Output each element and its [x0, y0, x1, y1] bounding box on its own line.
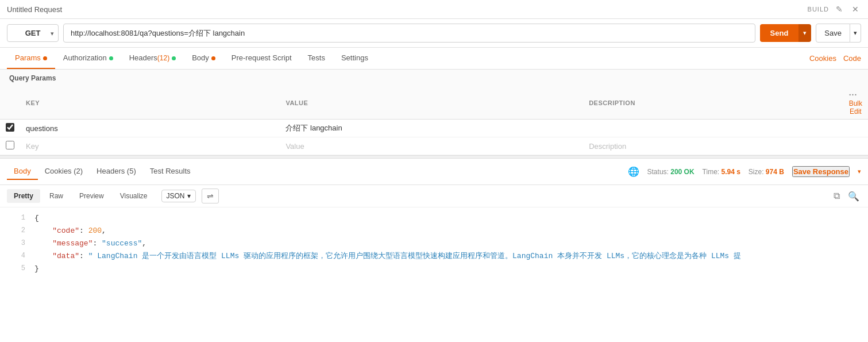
body-dot: [211, 56, 215, 60]
save-group: Save ▾: [816, 24, 861, 43]
format-label: JSON: [167, 192, 185, 200]
row-check-cell: [0, 120, 20, 137]
row-value-cell[interactable]: 介绍下 langchain: [280, 120, 583, 137]
th-actions: ··· Bulk Edit: [843, 87, 868, 120]
resp-tab-headers[interactable]: Headers (5): [90, 163, 143, 180]
search-button[interactable]: 🔍: [846, 189, 861, 203]
method-wrapper: GET POST PUT DELETE: [7, 24, 59, 42]
row-desc-cell[interactable]: [583, 120, 843, 137]
request-tabs-bar: Params Authorization Headers(12) Body Pr…: [0, 48, 868, 70]
send-dropdown-button[interactable]: ▾: [798, 24, 811, 42]
auth-dot: [109, 56, 113, 60]
view-preview-button[interactable]: Preview: [72, 189, 111, 203]
top-bar: Untitled Request BUILD ✎ ✕: [0, 0, 868, 19]
code-link[interactable]: Code: [843, 54, 861, 63]
tab-tests[interactable]: Tests: [300, 48, 333, 69]
tab-authorization[interactable]: Authorization: [55, 48, 121, 69]
view-pretty-button[interactable]: Pretty: [7, 189, 40, 203]
tab-params[interactable]: Params: [7, 48, 55, 69]
size-value: 974 B: [766, 168, 784, 176]
wrap-button[interactable]: ⇌: [202, 189, 219, 203]
save-response-chevron[interactable]: ▾: [858, 168, 861, 175]
th-value: VALUE: [280, 87, 583, 120]
more-options-icon: ···: [849, 90, 858, 99]
json-line-5: 5 }: [9, 263, 859, 275]
th-check: [0, 87, 20, 120]
resp-tab-test-results[interactable]: Test Results: [143, 163, 198, 180]
row-checkbox[interactable]: [6, 123, 14, 132]
placeholder-desc-cell[interactable]: Description: [583, 137, 843, 155]
view-visualize-button[interactable]: Visualize: [113, 189, 155, 203]
placeholder-action-cell: [843, 137, 868, 155]
placeholder-checkbox[interactable]: [6, 141, 14, 149]
json-line-1: 1 {: [9, 212, 859, 225]
json-line-4: 4 "data": " LangChain 是一个开发由语言模型 LLMs 驱动…: [9, 250, 859, 263]
tab-settings[interactable]: Settings: [333, 48, 376, 69]
row-action-cell: [843, 120, 868, 137]
table-row: questions 介绍下 langchain: [0, 120, 868, 137]
json-line-3: 3 "message": "success",: [9, 237, 859, 250]
json-line-2: 2 "code": 200,: [9, 225, 859, 237]
cookies-link[interactable]: Cookies: [809, 54, 836, 63]
time-value: 5.94 s: [721, 168, 740, 176]
query-params-label: Query Params: [0, 70, 868, 87]
placeholder-check-cell: [0, 137, 20, 155]
tab-pre-request[interactable]: Pre-request Script: [223, 48, 300, 69]
th-description: DESCRIPTION: [583, 87, 843, 120]
time-label: Time: 5.94 s: [703, 168, 740, 176]
format-select[interactable]: JSON ▾: [161, 190, 196, 202]
close-button[interactable]: ✕: [850, 3, 861, 15]
view-raw-button[interactable]: Raw: [43, 189, 70, 203]
copy-button[interactable]: ⧉: [832, 189, 842, 203]
url-bar: GET POST PUT DELETE Send ▾ Save ▾: [0, 19, 868, 48]
edit-button[interactable]: ✎: [834, 3, 845, 15]
resp-tab-cookies[interactable]: Cookies (2): [38, 163, 90, 180]
params-dot: [43, 56, 47, 60]
json-viewer: 1 { 2 "code": 200, 3 "message": "success…: [0, 207, 868, 280]
request-title: Untitled Request: [7, 5, 62, 14]
status-label: Status: 200 OK: [647, 168, 695, 176]
resp-toolbar-right: ⧉ 🔍: [832, 189, 861, 203]
bulk-edit-button[interactable]: Bulk Edit: [849, 99, 862, 116]
headers-dot: [172, 56, 176, 60]
response-status-bar: 🌐 Status: 200 OK Time: 5.94 s Size: 974 …: [628, 166, 861, 177]
save-dropdown-button[interactable]: ▾: [850, 24, 861, 43]
headers-count: (12): [157, 54, 169, 62]
top-bar-right: BUILD ✎ ✕: [808, 3, 861, 15]
response-toolbar: Pretty Raw Preview Visualize JSON ▾ ⇌ ⧉ …: [0, 185, 868, 207]
globe-icon: 🌐: [628, 166, 639, 177]
format-chevron-icon: ▾: [187, 192, 191, 200]
size-label: Size: 974 B: [749, 168, 784, 176]
status-value: 200 OK: [670, 168, 694, 176]
placeholder-row: Key Value Description: [0, 137, 868, 155]
tab-right-links: Cookies Code: [809, 54, 861, 63]
build-label: BUILD: [808, 6, 829, 13]
url-input[interactable]: [63, 24, 755, 43]
method-select[interactable]: GET POST PUT DELETE: [7, 24, 59, 42]
tab-headers[interactable]: Headers(12): [121, 48, 184, 69]
tab-body[interactable]: Body: [184, 48, 223, 69]
save-response-button[interactable]: Save Response: [792, 166, 850, 177]
resp-tab-body[interactable]: Body: [7, 163, 38, 180]
placeholder-value-cell[interactable]: Value: [280, 137, 583, 155]
params-table: KEY VALUE DESCRIPTION ··· Bulk Edit ques…: [0, 87, 868, 155]
response-bar: Body Cookies (2) Headers (5) Test Result…: [0, 159, 868, 185]
th-key: KEY: [20, 87, 280, 120]
save-button[interactable]: Save: [816, 24, 850, 43]
placeholder-key-cell[interactable]: Key: [20, 137, 280, 155]
send-button[interactable]: Send: [760, 24, 799, 42]
row-key-cell[interactable]: questions: [20, 120, 280, 137]
send-group: Send ▾: [760, 24, 812, 42]
